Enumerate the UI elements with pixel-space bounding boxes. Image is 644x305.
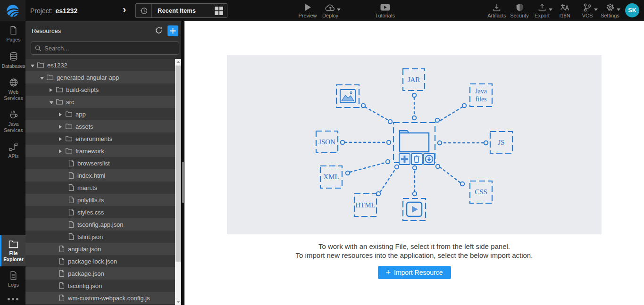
tutorials-button[interactable]: Tutorials: [374, 0, 396, 18]
file-icon: [68, 172, 74, 179]
video-icon: [407, 202, 422, 216]
panel-scrollbar[interactable]: [181, 21, 184, 305]
deploy-button[interactable]: Deploy: [319, 0, 342, 18]
expand-arrow-icon[interactable]: [59, 123, 66, 130]
tree-item[interactable]: tsconfig.app.json: [25, 218, 175, 231]
file-icon: [59, 295, 65, 301]
tree-item[interactable]: browserslist: [25, 157, 175, 169]
scroll-up-icon[interactable]: [175, 59, 181, 65]
folder-icon: [8, 240, 18, 248]
translate-icon: [560, 3, 569, 12]
tree-item[interactable]: styles.css: [25, 206, 175, 218]
sidebar-item-databases[interactable]: Databases: [0, 47, 25, 74]
sidebar-item-apis[interactable]: APIs: [0, 138, 25, 164]
app-logo[interactable]: [0, 0, 25, 21]
user-avatar[interactable]: SK: [625, 3, 639, 17]
project-name: es1232: [55, 7, 77, 15]
preview-button[interactable]: Preview: [296, 0, 319, 18]
resource-tree: es1232generated-angular-appbuild-scripts…: [25, 59, 175, 305]
main-content: JAR Java files JSON JS XML CSS HTML To w…: [184, 21, 644, 305]
file-icon: [68, 221, 74, 228]
settings-button[interactable]: Settings: [599, 0, 621, 18]
scrollbar-thumb[interactable]: [182, 162, 184, 203]
tree-item[interactable]: tsconfig.json: [25, 280, 175, 292]
search-input[interactable]: [44, 45, 175, 52]
export-button[interactable]: Export: [531, 0, 553, 18]
coffee-icon: [9, 110, 18, 119]
sidebar-item-java-services[interactable]: Java Services: [0, 105, 25, 137]
more-options-icon[interactable]: [0, 292, 25, 305]
tree-item[interactable]: src: [25, 96, 175, 108]
i18n-button[interactable]: I18N: [553, 0, 576, 18]
project-label: Project:: [30, 7, 52, 15]
tree-item-label: index.html: [77, 172, 105, 179]
collapse-arrow-icon[interactable]: [40, 74, 47, 81]
file-icon: [68, 233, 74, 240]
api-nodes-icon: [9, 142, 18, 151]
refresh-icon[interactable]: [155, 26, 163, 34]
recent-items-label: Recent Items: [152, 7, 215, 14]
cloud-upload-icon: [325, 3, 336, 12]
tree-item[interactable]: assets: [25, 120, 175, 132]
chevron-down-icon[interactable]: [549, 8, 552, 11]
topbar-right-menu: Artifacts Security Export: [485, 0, 641, 21]
vcs-button[interactable]: VCS: [576, 0, 599, 18]
artifacts-button[interactable]: Artifacts: [485, 0, 508, 18]
chevron-down-icon[interactable]: [594, 8, 598, 11]
topbar-center-menu: Preview Deploy Tutorials: [296, 0, 396, 21]
sidebar-item-file-explorer[interactable]: File Explorer: [0, 235, 25, 266]
expand-arrow-icon[interactable]: [59, 148, 66, 155]
sidebar-spacer: [0, 163, 25, 235]
chevron-down-icon[interactable]: [617, 8, 620, 11]
instruction-line-1: To work with an existing File, select it…: [184, 242, 644, 251]
search-box[interactable]: [31, 41, 179, 55]
add-resource-button[interactable]: [167, 25, 178, 36]
collapse-arrow-icon[interactable]: [31, 62, 37, 69]
scrollbar-thumb[interactable]: [176, 66, 181, 262]
file-icon: [68, 184, 74, 191]
file-icon: [68, 160, 74, 166]
log-file-icon: [9, 271, 18, 280]
sidebar-item-logs[interactable]: Logs: [0, 266, 25, 292]
sidebar-item-pages[interactable]: Pages: [0, 21, 25, 47]
panel-title: Resources: [32, 27, 61, 34]
tree-item[interactable]: framework: [25, 145, 175, 157]
file-icon: [59, 258, 65, 264]
youtube-icon: [380, 3, 390, 12]
chevron-down-icon[interactable]: [337, 8, 341, 11]
html-label: HTML: [354, 194, 376, 216]
tree-item[interactable]: environments: [25, 132, 175, 145]
file-icon: [59, 270, 65, 277]
expand-arrow-icon[interactable]: [59, 111, 66, 118]
tree-item-label: tsconfig.json: [68, 282, 102, 289]
tree-item[interactable]: build-scripts: [25, 83, 175, 96]
tree-item[interactable]: main.ts: [25, 181, 175, 194]
tree-item[interactable]: es1232: [25, 59, 175, 71]
folder-action-buttons[interactable]: [399, 154, 435, 165]
import-resource-button[interactable]: + Import Resource: [378, 266, 451, 279]
tree-item[interactable]: wm-custom-webpack.config.js: [25, 292, 175, 304]
tree-item[interactable]: package.json: [25, 267, 175, 280]
security-button[interactable]: Security: [508, 0, 531, 18]
expand-arrow-icon[interactable]: [59, 135, 66, 142]
folder-icon: [66, 124, 72, 129]
tree-item[interactable]: index.html: [25, 169, 175, 181]
expand-arrow-icon[interactable]: [50, 86, 56, 93]
sidebar-item-web-services[interactable]: Web Services: [0, 73, 25, 105]
recent-items-selector[interactable]: Recent Items: [135, 3, 227, 18]
central-folder-icon: [400, 131, 429, 152]
collapse-arrow-icon[interactable]: [50, 99, 56, 106]
tree-item[interactable]: angular.json: [25, 243, 175, 255]
folder-icon: [56, 99, 63, 105]
grid-view-icon[interactable]: [215, 7, 223, 15]
instruction-line-2: To import new resources into the applica…: [184, 251, 644, 260]
tree-scrollbar[interactable]: [175, 59, 181, 305]
breadcrumb-chevron-icon[interactable]: ›: [123, 4, 126, 16]
tree-item[interactable]: generated-angular-app: [25, 71, 175, 83]
scroll-down-icon[interactable]: [175, 299, 181, 305]
image-icon: [340, 90, 355, 103]
tree-item[interactable]: tslint.json: [25, 231, 175, 243]
tree-item[interactable]: package-lock.json: [25, 255, 175, 267]
tree-item[interactable]: app: [25, 108, 175, 120]
tree-item[interactable]: polyfills.ts: [25, 194, 175, 206]
